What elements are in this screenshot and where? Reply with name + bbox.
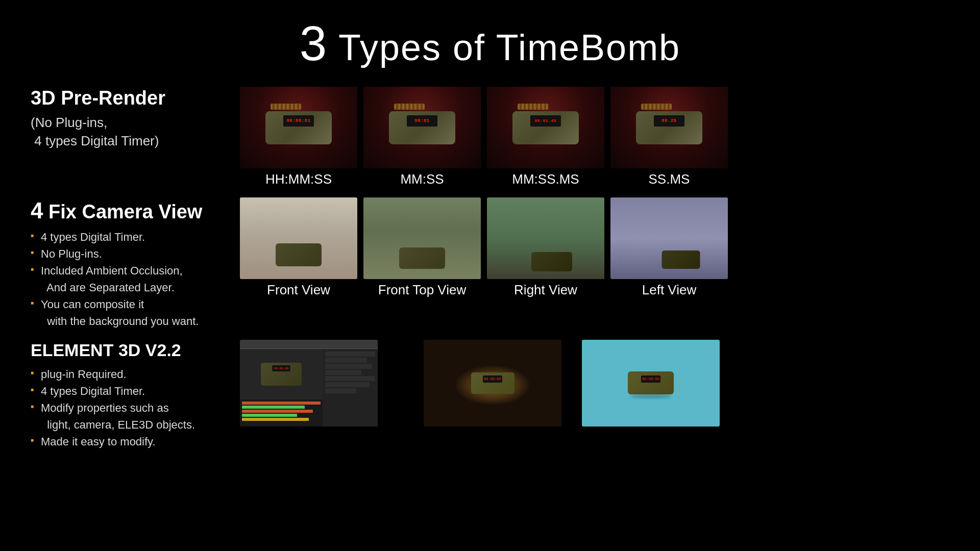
caption-hhmmss: HH:MM:SS xyxy=(265,171,332,187)
image-box-frontview xyxy=(240,197,357,279)
image-box-mmss: 00:01 xyxy=(363,87,481,168)
image-item-rightview: Right View xyxy=(487,197,604,298)
caption-mmssms: MM:SS.MS xyxy=(512,171,579,187)
image-item-frontview: Front View xyxy=(240,197,357,298)
element3d-bullets: plug-in Required. 4 types Digital Timer.… xyxy=(31,366,225,450)
camera-bullet-1: 4 types Digital Timer. xyxy=(31,229,225,245)
caption-ssms: SS.MS xyxy=(649,171,690,187)
prerender-images: 00:00:01 HH:MM:SS 00:01 MM:SS xyxy=(240,87,949,187)
element3d-heading: ELEMENT 3D V2.2 xyxy=(31,340,225,361)
image-box-mmssms: 00:01.45 xyxy=(487,87,604,168)
section-camera: 4 Fix Camera View 4 types Digital Timer.… xyxy=(31,197,949,330)
prerender-heading: 3D Pre-Render xyxy=(31,87,225,110)
title-text: Types of TimeBomb xyxy=(328,27,680,68)
prerender-label: 3D Pre-Render (No Plug-ins, 4 types Digi… xyxy=(31,87,225,150)
element3d-bullet-2: 4 types Digital Timer. xyxy=(31,383,225,399)
section-prerender: 3D Pre-Render (No Plug-ins, 4 types Digi… xyxy=(31,87,949,187)
caption-rightview: Right View xyxy=(514,282,577,298)
image-item-mmss: 00:01 MM:SS xyxy=(363,87,481,187)
camera-bullet-3: Included Ambient Occlusion, And are Sepa… xyxy=(31,262,225,296)
caption-fronttopview: Front Top View xyxy=(378,282,466,298)
gap-spacer xyxy=(388,340,413,427)
element3d-images: 00:00:00 xyxy=(240,340,949,427)
image-box-rightview xyxy=(487,197,604,279)
camera-bullet-4: You can composite it with the background… xyxy=(31,296,225,330)
image-item-hhmmss: 00:00:01 HH:MM:SS xyxy=(240,87,357,187)
prerender-subtext: (No Plug-ins, 4 types Digital Timer) xyxy=(31,113,225,151)
image-box-hhmmss: 00:00:01 xyxy=(240,87,357,168)
image-cyan-scene: 00:00:00 xyxy=(582,340,720,427)
camera-bullets: 4 types Digital Timer. No Plug-ins. Incl… xyxy=(31,229,225,330)
image-box-ssms: 00.25 xyxy=(610,87,728,168)
image-box-fronttopview xyxy=(363,197,481,279)
image-item-fronttopview: Front Top View xyxy=(363,197,481,298)
caption-mmss: MM:SS xyxy=(400,171,444,187)
camera-label: 4 Fix Camera View 4 types Digital Timer.… xyxy=(31,197,225,330)
page-title: 3 Types of TimeBomb xyxy=(0,0,980,71)
element3d-label: ELEMENT 3D V2.2 plug-in Required. 4 type… xyxy=(31,340,225,450)
image-item-mmssms: 00:01.45 MM:SS.MS xyxy=(487,87,604,187)
image-item-ssms: 00.25 SS.MS xyxy=(610,87,728,187)
title-number: 3 xyxy=(300,16,328,70)
element3d-bullet-1: plug-in Required. xyxy=(31,366,225,383)
camera-heading: 4 Fix Camera View xyxy=(31,197,225,224)
image-spotlight: 00:00:00 xyxy=(424,340,561,427)
element3d-bullet-4: Made it easy to modify. xyxy=(31,433,225,450)
camera-images: Front View Front Top View Right View xyxy=(240,197,949,298)
image-item-leftview: Left View xyxy=(610,197,728,298)
camera-bullet-2: No Plug-ins. xyxy=(31,245,225,262)
caption-leftview: Left View xyxy=(642,282,696,298)
section-element3d: ELEMENT 3D V2.2 plug-in Required. 4 type… xyxy=(31,340,949,450)
element3d-bullet-3: Modify properties such as light, camera,… xyxy=(31,399,225,433)
caption-frontview: Front View xyxy=(267,282,330,298)
image-ae-interface: 00:00:00 xyxy=(240,340,378,427)
image-box-leftview xyxy=(610,197,728,279)
